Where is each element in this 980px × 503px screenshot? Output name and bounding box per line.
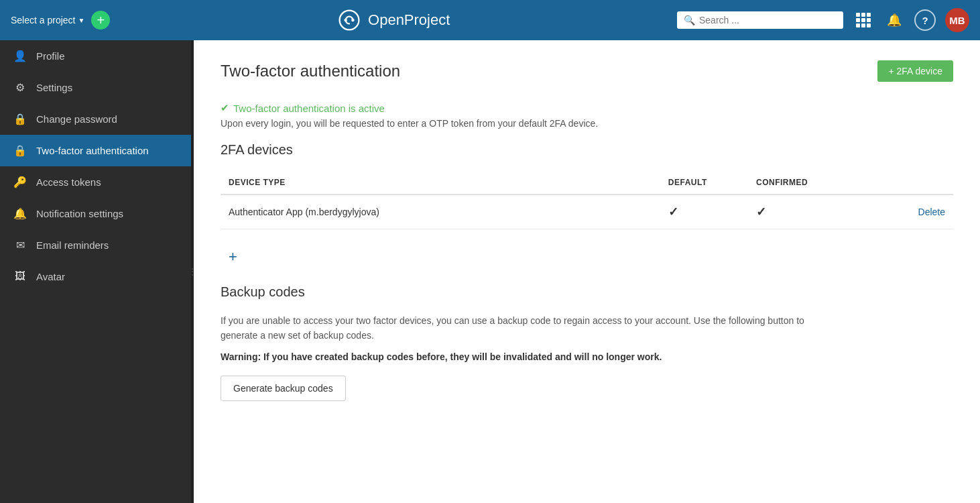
page-title: Two-factor authentication (221, 62, 400, 80)
image-icon: 🖼 (13, 270, 27, 282)
column-header-confirmed: CONFIRMED (748, 171, 858, 194)
user-avatar-button[interactable]: MB (945, 8, 969, 32)
sidebar-item-label: Email reminders (36, 239, 109, 251)
sidebar: 👤 Profile ⚙ Settings 🔒 Change password 🔒… (0, 40, 194, 503)
table-body: Authenticator App (m.berdygylyjova) ✓ ✓ … (221, 194, 953, 229)
svg-point-1 (344, 19, 347, 22)
search-icon: 🔍 (684, 15, 695, 25)
checkmark-icon: ✔ (221, 102, 229, 114)
help-button[interactable]: ? (914, 9, 936, 31)
sidebar-item-settings[interactable]: ⚙ Settings (0, 72, 194, 103)
backup-section: Backup codes If you are unable to access… (221, 284, 953, 401)
logo-text: OpenProject (368, 11, 450, 29)
generate-backup-codes-button[interactable]: Generate backup codes (221, 376, 346, 401)
sidebar-item-label: Change password (36, 113, 117, 125)
device-confirmed-check: ✓ (748, 194, 858, 229)
add-2fa-device-button[interactable]: + 2FA device (877, 60, 953, 82)
notifications-button[interactable]: 🔔 (883, 9, 905, 31)
lock-icon: 🔒 (13, 113, 27, 125)
sidebar-item-two-factor-auth[interactable]: 🔒 Two-factor authentication (0, 135, 194, 166)
delete-device-link[interactable]: Delete (918, 207, 945, 217)
status-banner: ✔ Two-factor authentication is active Up… (221, 102, 953, 129)
bell-icon: 🔔 (887, 13, 902, 27)
main-content: Two-factor authentication + 2FA device ✔… (194, 40, 980, 503)
status-description: Upon every login, you will be requested … (221, 118, 953, 129)
select-project-dropdown[interactable]: Select a project ▼ (11, 15, 84, 25)
table-row: Authenticator App (m.berdygylyjova) ✓ ✓ … (221, 194, 953, 229)
sidebar-item-avatar[interactable]: 🖼 Avatar (0, 261, 194, 292)
page-header: Two-factor authentication + 2FA device (221, 60, 953, 82)
lock-icon: 🔒 (13, 144, 27, 157)
sidebar-item-email-reminders[interactable]: ✉ Email reminders (0, 229, 194, 261)
sidebar-item-profile[interactable]: 👤 Profile (0, 40, 194, 72)
backup-section-title: Backup codes (221, 284, 953, 300)
column-header-default: DEFAULT (660, 171, 748, 194)
sidebar-item-label: Two-factor authentication (36, 145, 149, 156)
app-logo: OpenProject (337, 8, 450, 32)
bell-icon: 🔔 (13, 207, 27, 220)
navbar-center: OpenProject (118, 8, 669, 32)
add-project-button[interactable]: + (91, 11, 110, 30)
main-layout: 👤 Profile ⚙ Settings 🔒 Change password 🔒… (0, 40, 980, 503)
sidebar-item-change-password[interactable]: 🔒 Change password (0, 103, 194, 135)
search-input[interactable] (699, 15, 837, 25)
sidebar-item-label: Notification settings (36, 208, 123, 219)
backup-description: If you are unable to access your two fac… (221, 313, 824, 343)
navbar-right: 🔍 🔔 ? MB (677, 8, 969, 32)
chevron-down-icon: ▼ (78, 17, 85, 24)
checkmark-icon: ✓ (668, 205, 678, 219)
sidebar-item-label: Access tokens (36, 176, 101, 188)
logo-icon (337, 8, 361, 32)
svg-point-0 (351, 19, 355, 22)
table-header: DEVICE TYPE DEFAULT CONFIRMED (221, 171, 953, 194)
checkmark-icon: ✓ (756, 205, 766, 219)
sidebar-item-label: Profile (36, 50, 65, 62)
sidebar-item-label: Avatar (36, 271, 65, 282)
device-default-check: ✓ (660, 194, 748, 229)
device-name: Authenticator App (m.berdygylyjova) (221, 194, 660, 229)
add-device-row-button[interactable]: + (221, 243, 245, 271)
gear-icon: ⚙ (13, 81, 27, 94)
select-project-label: Select a project (11, 15, 76, 25)
top-navbar: Select a project ▼ + OpenProject 🔍 (0, 0, 980, 40)
backup-warning: Warning: If you have created backup code… (221, 351, 953, 362)
devices-section-title: 2FA devices (221, 142, 953, 158)
user-icon: 👤 (13, 50, 27, 62)
devices-table: DEVICE TYPE DEFAULT CONFIRMED Authentica… (221, 171, 953, 229)
column-header-device-type: DEVICE TYPE (221, 171, 660, 194)
search-box[interactable]: 🔍 (677, 11, 843, 29)
status-active-indicator: ✔ Two-factor authentication is active (221, 102, 953, 114)
grid-icon (856, 13, 871, 27)
key-icon: 🔑 (13, 176, 27, 188)
sidebar-item-access-tokens[interactable]: 🔑 Access tokens (0, 166, 194, 198)
navbar-left: Select a project ▼ + (11, 11, 110, 30)
sidebar-item-label: Settings (36, 82, 72, 93)
status-active-label: Two-factor authentication is active (233, 103, 385, 114)
email-icon: ✉ (13, 239, 27, 252)
grid-menu-button[interactable] (853, 9, 874, 31)
sidebar-item-notification-settings[interactable]: 🔔 Notification settings (0, 198, 194, 229)
device-action: Delete (858, 194, 953, 229)
column-header-action (858, 171, 953, 194)
